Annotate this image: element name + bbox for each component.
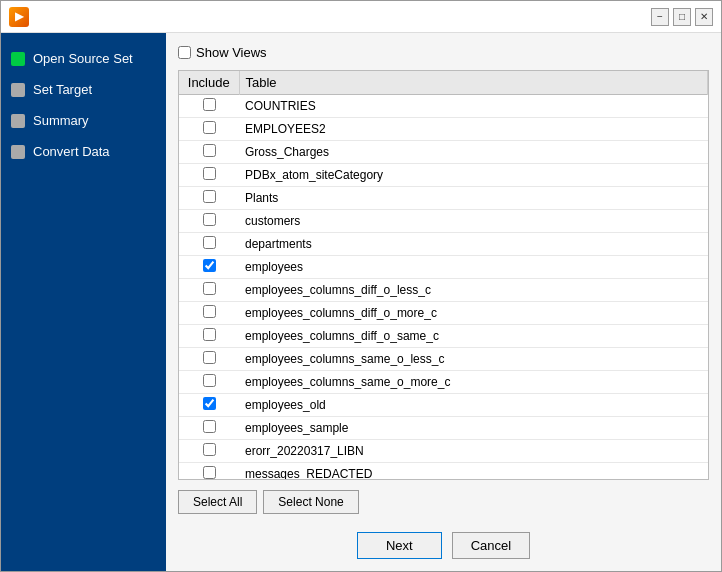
table-row: employees_columns_same_o_more_c [179, 371, 708, 394]
table-row-checkbox[interactable] [203, 236, 216, 249]
include-header: Include [179, 71, 239, 95]
table-row-checkbox-cell[interactable] [179, 417, 239, 440]
table-row-name: erorr_20220317_LIBN [239, 440, 708, 463]
table-row: COUNTRIES [179, 95, 708, 118]
sidebar: Open Source Set Set Target Summary Conve… [1, 33, 166, 571]
summary-indicator [11, 114, 25, 128]
table-row: employees_columns_diff_o_same_c [179, 325, 708, 348]
table-row-checkbox[interactable] [203, 144, 216, 157]
table-row: employees_old [179, 394, 708, 417]
table-row-checkbox-cell[interactable] [179, 118, 239, 141]
show-views-row: Show Views [178, 45, 709, 60]
table-row-checkbox-cell[interactable] [179, 394, 239, 417]
minimize-button[interactable]: − [651, 8, 669, 26]
table-row-checkbox[interactable] [203, 282, 216, 295]
table-row-checkbox[interactable] [203, 190, 216, 203]
table-row-checkbox[interactable] [203, 351, 216, 364]
sidebar-item-summary-label: Summary [33, 113, 89, 128]
select-all-button[interactable]: Select All [178, 490, 257, 514]
table-row: employees [179, 256, 708, 279]
sidebar-item-open-source-set[interactable]: Open Source Set [1, 43, 166, 74]
sidebar-item-convert-data[interactable]: Convert Data [1, 136, 166, 167]
table-row-checkbox[interactable] [203, 98, 216, 111]
table-row-checkbox[interactable] [203, 374, 216, 387]
sidebar-item-set-target-label: Set Target [33, 82, 92, 97]
table-row: messages_REDACTED [179, 463, 708, 481]
show-views-checkbox[interactable] [178, 46, 191, 59]
sidebar-item-convert-data-label: Convert Data [33, 144, 110, 159]
table-row-name: employees_old [239, 394, 708, 417]
table-row-name: employees [239, 256, 708, 279]
tables-table: Include Table COUNTRIESEMPLOYEES2Gross_C… [179, 71, 708, 480]
table-row-checkbox[interactable] [203, 305, 216, 318]
table-row-checkbox-cell[interactable] [179, 463, 239, 481]
table-row-checkbox[interactable] [203, 328, 216, 341]
table-row: Plants [179, 187, 708, 210]
show-views-label: Show Views [196, 45, 267, 60]
table-row-checkbox-cell[interactable] [179, 187, 239, 210]
tables-list-container[interactable]: Include Table COUNTRIESEMPLOYEES2Gross_C… [178, 70, 709, 480]
table-row-checkbox-cell[interactable] [179, 233, 239, 256]
table-row-checkbox-cell[interactable] [179, 210, 239, 233]
table-row: Gross_Charges [179, 141, 708, 164]
table-row-name: departments [239, 233, 708, 256]
sidebar-item-summary[interactable]: Summary [1, 105, 166, 136]
footer-buttons-row: Next Cancel [178, 524, 709, 559]
app-icon: ▶ [9, 7, 29, 27]
table-row: employees_columns_same_o_less_c [179, 348, 708, 371]
title-bar-left: ▶ [9, 7, 29, 27]
close-button[interactable]: ✕ [695, 8, 713, 26]
cancel-button[interactable]: Cancel [452, 532, 530, 559]
table-row: EMPLOYEES2 [179, 118, 708, 141]
sidebar-item-open-source-set-label: Open Source Set [33, 51, 133, 66]
select-none-button[interactable]: Select None [263, 490, 358, 514]
table-row: employees_columns_diff_o_less_c [179, 279, 708, 302]
selection-buttons-row: Select All Select None [178, 490, 709, 514]
table-row-checkbox-cell[interactable] [179, 279, 239, 302]
table-row-checkbox-cell[interactable] [179, 325, 239, 348]
table-row-checkbox[interactable] [203, 420, 216, 433]
table-row-name: Gross_Charges [239, 141, 708, 164]
table-row-name: customers [239, 210, 708, 233]
table-row-name: messages_REDACTED [239, 463, 708, 481]
table-row: erorr_20220317_LIBN [179, 440, 708, 463]
table-row-name: employees_sample [239, 417, 708, 440]
table-row-checkbox[interactable] [203, 167, 216, 180]
show-views-checkbox-label[interactable]: Show Views [178, 45, 267, 60]
table-row: customers [179, 210, 708, 233]
table-row-checkbox-cell[interactable] [179, 95, 239, 118]
table-row-checkbox-cell[interactable] [179, 348, 239, 371]
table-row: departments [179, 233, 708, 256]
table-row-checkbox[interactable] [203, 466, 216, 479]
table-row-checkbox-cell[interactable] [179, 371, 239, 394]
title-bar-controls: − □ ✕ [651, 8, 713, 26]
table-row: employees_columns_diff_o_more_c [179, 302, 708, 325]
table-row-checkbox-cell[interactable] [179, 164, 239, 187]
table-row-name: employees_columns_same_o_less_c [239, 348, 708, 371]
table-row-name: employees_columns_diff_o_more_c [239, 302, 708, 325]
title-bar: ▶ − □ ✕ [1, 1, 721, 33]
table-row-name: employees_columns_diff_o_same_c [239, 325, 708, 348]
table-row-checkbox[interactable] [203, 121, 216, 134]
table-row-checkbox-cell[interactable] [179, 256, 239, 279]
table-row-checkbox-cell[interactable] [179, 141, 239, 164]
table-header-row: Include Table [179, 71, 708, 95]
table-row-name: PDBx_atom_siteCategory [239, 164, 708, 187]
table-row-name: employees_columns_same_o_more_c [239, 371, 708, 394]
maximize-button[interactable]: □ [673, 8, 691, 26]
next-button[interactable]: Next [357, 532, 442, 559]
table-row-checkbox[interactable] [203, 443, 216, 456]
table-row-checkbox[interactable] [203, 397, 216, 410]
table-name-header: Table [239, 71, 708, 95]
table-body: COUNTRIESEMPLOYEES2Gross_ChargesPDBx_ato… [179, 95, 708, 481]
table-row: employees_sample [179, 417, 708, 440]
table-row-name: EMPLOYEES2 [239, 118, 708, 141]
table-row-checkbox[interactable] [203, 259, 216, 272]
main-window: ▶ − □ ✕ Open Source Set Set Target Summa… [0, 0, 722, 572]
table-row-checkbox-cell[interactable] [179, 302, 239, 325]
set-target-indicator [11, 83, 25, 97]
table-row-checkbox[interactable] [203, 213, 216, 226]
main-content: Open Source Set Set Target Summary Conve… [1, 33, 721, 571]
table-row-checkbox-cell[interactable] [179, 440, 239, 463]
sidebar-item-set-target[interactable]: Set Target [1, 74, 166, 105]
